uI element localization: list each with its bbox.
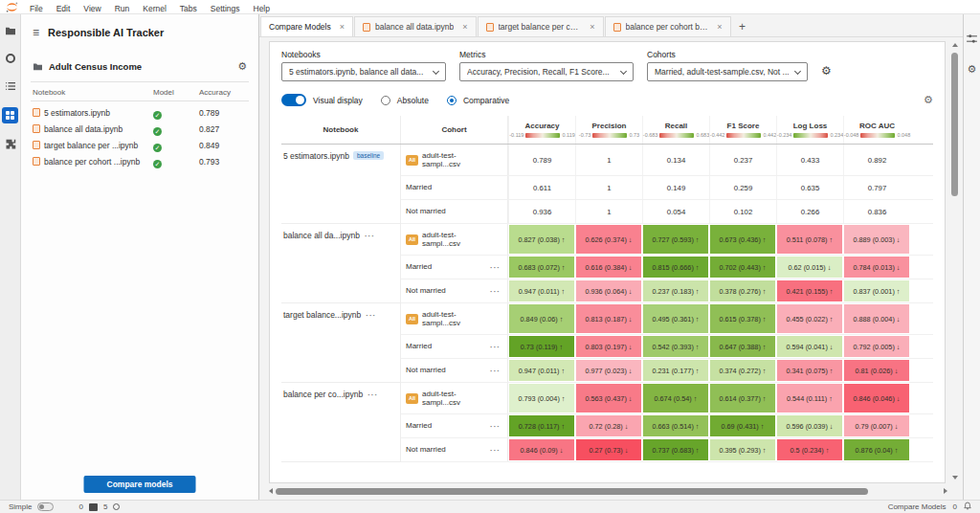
notebook-list-item[interactable]: target balance per ...ipynb✓0.849 [33, 137, 247, 153]
close-icon[interactable]: × [717, 22, 722, 32]
table-row: Married0.61110.1490.2590.6350.797 [401, 176, 933, 200]
model-registered-check-icon: ✓ [153, 144, 162, 152]
scroll-right-icon[interactable] [944, 488, 947, 494]
metric-cell-precision: 0.626 (0.374)↓ [575, 224, 642, 255]
project-settings-gear-icon[interactable]: ⚙ [237, 61, 247, 72]
metric-header-recall: Recall-0.6830.683 [642, 116, 709, 144]
metric-cell-log-loss: 0.433 [776, 145, 843, 175]
menu-run[interactable]: Run [108, 4, 137, 13]
tab-target-balance-per-cohort-ipy[interactable]: target balance per cohort.ipy× [478, 16, 604, 36]
visual-display-label: Visual display [313, 96, 363, 105]
menu-edit[interactable]: Edit [50, 4, 78, 13]
metrics-dropdown[interactable]: Accuracy, Precision, Recall, F1 Score... [459, 62, 634, 81]
range-min: -0.683 [643, 132, 658, 138]
up-arrow-icon: ↑ [763, 315, 767, 323]
metric-value: 0.62 (0.015) [788, 263, 825, 272]
metric-cell-roc-auc: 0.846 (0.046)↓ [843, 383, 910, 413]
tab-balance-all-data-ipynb[interactable]: balance all data.ipynb× [354, 16, 477, 36]
down-arrow-icon: ↓ [629, 315, 633, 323]
menu-kernel[interactable]: Kernel [136, 4, 173, 13]
notebook-cell: balance per co...ipynb··· [281, 383, 401, 462]
cohorts-dropdown[interactable]: Married, adult-test-sample.csv, Not ... [647, 62, 808, 81]
vertical-scrollbar[interactable] [949, 43, 960, 480]
up-arrow-icon: ↑ [763, 235, 767, 244]
metrics-control: Metrics Accuracy, Precision, Recall, F1 … [459, 50, 634, 81]
metric-value: 0.81 (0.026) [855, 367, 892, 375]
notebook-more-options[interactable]: ··· [366, 311, 376, 320]
down-arrow-icon: ↓ [629, 263, 633, 272]
metric-value: 0.614 (0.377) [719, 394, 760, 403]
close-icon[interactable]: × [590, 22, 594, 32]
up-arrow-icon: ↑ [696, 367, 700, 375]
notebook-list-item[interactable]: 5 estimators.ipynb✓0.789 [33, 104, 247, 121]
tab-balance-per-cohort-both-ipyn[interactable]: balance per cohort both.ipyn× [605, 16, 731, 36]
cohort-more-options[interactable]: ··· [490, 343, 507, 351]
metric-value: 0.511 (0.078) [787, 235, 828, 244]
notebook-more-options[interactable]: ··· [365, 232, 375, 240]
cohort-more-options[interactable]: ··· [490, 422, 507, 431]
running-kernels-icon[interactable] [4, 52, 17, 65]
scroll-down-icon[interactable] [952, 476, 958, 480]
cohort-cell: Alladult-test-sampl...csv [401, 224, 508, 255]
file-browser-icon[interactable] [4, 24, 17, 37]
menu-file[interactable]: File [23, 4, 50, 13]
new-tab-button[interactable]: + [732, 16, 753, 36]
absolute-radio[interactable] [381, 96, 390, 105]
notebook-name-text: 5 estimators.ipynb [44, 108, 110, 118]
project-row[interactable]: Adult Census Income ⚙ [21, 40, 258, 81]
table-row: Not married···0.846 (0.09)↓0.27 (0.73)↓0… [401, 438, 933, 462]
menu-view[interactable]: View [77, 4, 107, 13]
vertical-scrollbar-thumb[interactable] [951, 53, 958, 196]
cohort-more-options[interactable]: ··· [490, 263, 507, 272]
close-icon[interactable]: × [462, 22, 467, 32]
metric-value: 0.596 (0.039) [786, 422, 827, 431]
notebooks-dropdown[interactable]: 5 estimators.ipynb, balance all data... [281, 62, 446, 81]
down-arrow-icon: ↓ [897, 343, 901, 351]
cohort-more-options[interactable]: ··· [490, 287, 507, 296]
cohort-settings-gear-icon[interactable]: ⚙ [821, 64, 832, 78]
notebook-list-item[interactable]: balance per cohort ...ipynb✓0.793 [33, 153, 247, 169]
table-body: 5 estimators.ipynbbaselineAlladult-test-… [281, 145, 933, 462]
table-of-contents-icon[interactable] [4, 79, 17, 93]
rai-tracker-icon[interactable] [2, 107, 18, 123]
menu-settings[interactable]: Settings [204, 4, 247, 13]
simple-mode-toggle[interactable] [37, 502, 54, 511]
group-rows: Alladult-test-sampl...csv0.827 (0.038)↑0… [401, 224, 933, 303]
all-cohort-badge: All [406, 393, 418, 404]
notebook-list-item[interactable]: balance all data.ipynb✓0.827 [33, 121, 247, 137]
notebook-more-options[interactable]: ··· [368, 390, 378, 399]
property-inspector-icon[interactable] [967, 30, 977, 47]
comparative-radio[interactable] [447, 96, 457, 105]
metric-cell-accuracy: 0.611 [508, 176, 575, 199]
table-row: Not married0.93610.0540.1020.2660.836 [401, 200, 933, 224]
notebook-accuracy: 0.789 [199, 108, 247, 118]
cohort-more-options[interactable]: ··· [490, 367, 507, 375]
right-settings-gear-icon[interactable]: ⚙ [968, 64, 977, 75]
tab-compare-models[interactable]: Compare Models× [260, 16, 353, 36]
down-arrow-icon: ↓ [895, 422, 899, 431]
metric-cell-precision: 1 [575, 176, 642, 199]
horizontal-scrollbar-thumb[interactable] [276, 488, 868, 495]
visual-display-toggle[interactable] [281, 94, 306, 106]
metric-value: 1 [607, 208, 611, 216]
down-arrow-icon: ↓ [560, 446, 564, 455]
simple-mode-label: Simple [9, 502, 32, 511]
metric-cell-f1-score: 0.259 [709, 176, 776, 199]
down-arrow-icon: ↓ [629, 394, 633, 403]
horizontal-scrollbar[interactable] [269, 485, 947, 497]
terminal-icon [89, 503, 98, 511]
close-icon[interactable]: × [340, 22, 345, 32]
range-max: 0.048 [897, 132, 910, 138]
metric-header-precision: Precision-0.730.73 [575, 116, 642, 144]
color-settings-icon[interactable]: ⚙ [922, 93, 935, 108]
hamburger-menu-icon[interactable]: ≡ [33, 28, 39, 37]
bell-icon[interactable] [964, 502, 971, 512]
notebooks-label: Notebooks [281, 50, 446, 59]
cohort-name: adult-test-sampl...csv [422, 390, 478, 407]
menu-help[interactable]: Help [247, 4, 277, 13]
cohort-more-options[interactable]: ··· [490, 446, 507, 455]
extensions-puzzle-icon[interactable] [4, 138, 17, 151]
scroll-left-icon[interactable] [269, 488, 273, 494]
menu-tabs[interactable]: Tabs [173, 4, 204, 13]
compare-models-button[interactable]: Compare models [84, 476, 196, 493]
